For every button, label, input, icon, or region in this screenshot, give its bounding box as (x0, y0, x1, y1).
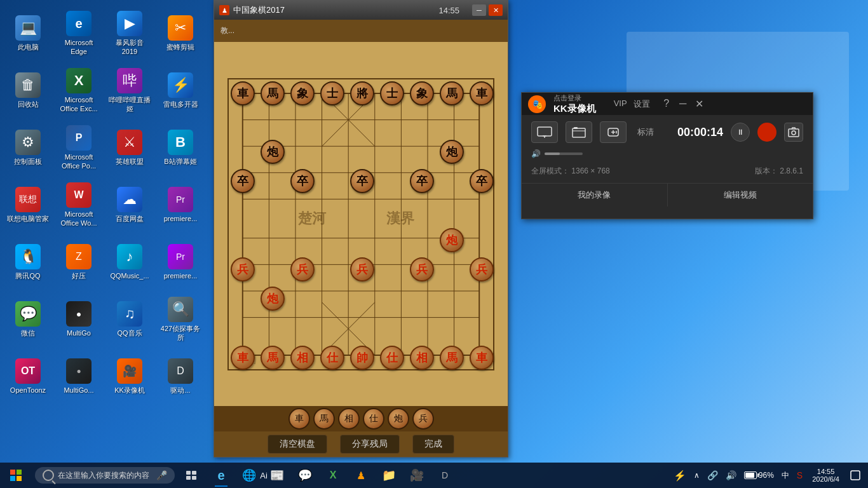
desktop-icon-driver2[interactable]: D 驱动... (156, 349, 205, 403)
chess-piece[interactable]: 士 (320, 81, 344, 105)
taskbar-search[interactable]: 在这里输入你要搜索的内容 🎤 (35, 467, 175, 484)
chess-piece[interactable]: 卒 (290, 169, 315, 193)
tray-speaker-icon[interactable]: 🔊 (722, 463, 740, 488)
chess-piece[interactable]: 相 (290, 346, 315, 370)
desktop-icon-lenovo[interactable]: 联想 联想电脑管家 (3, 178, 53, 232)
taskbar-folder-button[interactable]: 📁 (376, 463, 402, 488)
desktop-icon-qqmain[interactable]: 🐧 腾讯QQ (3, 235, 53, 289)
desktop-icon-multigoo[interactable]: ● MultiGo (54, 292, 104, 346)
chess-piece[interactable]: 兵 (290, 257, 315, 281)
chess-piece[interactable]: 車 (470, 81, 494, 105)
kk-game-capture-button[interactable] (600, 121, 627, 143)
desktop-icon-bee[interactable]: ✂ 蜜蜂剪辑 (156, 6, 205, 60)
kk-login-link[interactable]: 点击登录 (553, 93, 596, 103)
chess-piece[interactable]: 兵 (231, 257, 255, 281)
desktop-icon-qqmusic[interactable]: ♪ QQMusic_... (105, 235, 154, 289)
chess-piece[interactable]: 仕 (320, 346, 344, 370)
chess-piece[interactable]: 帥 (350, 346, 374, 370)
kk-help-button[interactable]: ? (660, 98, 673, 110)
kk-window-capture-button[interactable] (566, 121, 592, 143)
desktop-icon-qqmusic2[interactable]: ♫ QQ音乐 (105, 292, 154, 346)
kk-edit-video-button[interactable]: 编辑视频 (668, 184, 813, 207)
tray-network-icon[interactable]: 🔗 (704, 463, 721, 488)
desktop-icon-bili[interactable]: B B站弹幕姬 (156, 121, 205, 175)
tray-charging-icon[interactable]: ⚡ (670, 463, 689, 488)
desktop-icon-wechat[interactable]: 💬 微信 (3, 292, 53, 346)
chess-piece[interactable]: 炮 (440, 140, 464, 164)
taskbar-notification-button[interactable] (846, 463, 865, 488)
taskbar-edge-button[interactable]: e (208, 463, 234, 488)
task-view-button[interactable] (178, 463, 205, 488)
desktop-icon-control[interactable]: ⚙ 控制面板 (3, 121, 53, 175)
chess-piece[interactable]: 車 (470, 346, 494, 370)
chess-piece[interactable]: 卒 (350, 169, 374, 193)
tray-language[interactable]: 中 (778, 463, 792, 488)
chess-piece[interactable]: 象 (410, 81, 434, 105)
desktop-icon-recycle[interactable]: 🗑 回收站 (3, 64, 53, 118)
kk-screenshot-button[interactable] (784, 123, 803, 142)
chess-piece[interactable]: 馬 (440, 346, 464, 370)
kk-minimize-button[interactable]: ─ (677, 98, 689, 110)
chess-piece[interactable]: 卒 (231, 169, 255, 193)
desktop-icon-premiere2[interactable]: Pr premiere... (156, 235, 205, 289)
chess-piece[interactable]: 炮 (261, 287, 285, 311)
desktop-icon-thunder[interactable]: ⚡ 雷电多开器 (156, 64, 205, 118)
kk-pause-button[interactable]: ⏸ (731, 123, 750, 142)
tray-antivirus-icon[interactable]: S (794, 463, 806, 488)
chess-close-button[interactable]: ✕ (489, 4, 503, 16)
taskbar-excel-button[interactable]: X (320, 463, 346, 488)
desktop-icon-haozip[interactable]: Z 好压 (54, 235, 104, 289)
kk-settings-link[interactable]: 设置 (634, 98, 650, 110)
kk-my-recording-button[interactable]: 我的录像 (522, 184, 668, 207)
chess-piece[interactable]: 象 (290, 81, 315, 105)
desktop-icon-kkrecorder[interactable]: 🎥 KK录像机 (105, 349, 154, 403)
taskbar-ai-button[interactable]: Ai (250, 463, 278, 488)
chess-piece[interactable]: 兵 (470, 257, 494, 281)
done-button[interactable]: 完成 (412, 435, 454, 454)
start-button[interactable] (0, 463, 32, 488)
chess-piece[interactable]: 士 (380, 81, 404, 105)
chess-piece[interactable]: 馬 (440, 81, 464, 105)
kk-monitor-button[interactable] (531, 121, 558, 143)
taskbar-chess-button[interactable]: ♟ (348, 463, 374, 488)
desktop-icon-multigoo2[interactable]: ● MultiGo... (54, 349, 104, 403)
desktop-icon-pc[interactable]: 💻 此电脑 (3, 6, 53, 60)
desktop-icon-hero[interactable]: ⚔ 英雄联盟 (105, 121, 154, 175)
tray-up-arrow[interactable]: ∧ (691, 463, 703, 488)
desktop-icon-detective[interactable]: 🔍 427侦探事务所 (156, 292, 205, 346)
share-endgame-button[interactable]: 分享残局 (340, 435, 400, 454)
kk-close-button[interactable]: ✕ (693, 98, 706, 110)
desktop-icon-chat[interactable]: 哔 哔哩哔哩直播姬 (105, 64, 154, 118)
chess-minimize-button[interactable]: ─ (472, 4, 486, 16)
chess-piece[interactable]: 車 (231, 346, 255, 370)
desktop-icon-excel[interactable]: X Microsoft Office Exc... (54, 64, 104, 118)
chess-piece[interactable]: 兵 (410, 257, 434, 281)
chess-piece[interactable]: 炮 (261, 140, 285, 164)
desktop-icon-msoffice-po[interactable]: P Microsoft Office Po... (54, 121, 104, 175)
chess-piece[interactable]: 車 (231, 81, 255, 105)
desktop-icon-baidu[interactable]: ☁ 百度网盘 (105, 178, 154, 232)
chess-piece[interactable]: 相 (410, 346, 434, 370)
desktop-icon-msoffice-wo[interactable]: W Microsoft Office Wo... (54, 178, 104, 232)
desktop-icon-premiere[interactable]: Pr premiere... (156, 178, 205, 232)
chess-piece[interactable]: 將 (350, 81, 374, 105)
chess-piece[interactable]: 馬 (261, 346, 285, 370)
tray-battery[interactable]: 96% (741, 463, 777, 488)
clear-board-button[interactable]: 清空棋盘 (268, 435, 327, 454)
desktop-icon-storm[interactable]: ▶ 暴风影音2019 (105, 6, 154, 60)
kk-record-button[interactable] (757, 123, 776, 142)
chess-board[interactable]: 楚河 漢界 ◁ 車馬象士將士象馬車炮炮卒卒卒卒卒炮兵兵兵兵兵炮車馬相仕帥仕相馬車 (227, 78, 494, 370)
chess-piece[interactable]: 卒 (470, 169, 494, 193)
taskbar-qqmaster-button[interactable]: 🎥 (403, 463, 430, 488)
taskbar-datetime[interactable]: 14:55 2020/6/4 (807, 468, 844, 483)
chess-piece[interactable]: 兵 (350, 257, 374, 281)
kk-volume-slider[interactable] (545, 152, 583, 155)
chess-piece[interactable]: 仕 (380, 346, 404, 370)
desktop-icon-opentoonz[interactable]: OT OpenToonz (3, 349, 53, 403)
kk-vip-link[interactable]: VIP (614, 98, 627, 110)
taskbar-wechat-button[interactable]: 💬 (292, 463, 318, 488)
desktop-icon-edge[interactable]: e Microsoft Edge (54, 6, 104, 60)
chess-piece[interactable]: 卒 (410, 169, 434, 193)
chess-piece[interactable]: 炮 (440, 228, 464, 252)
chess-piece[interactable]: 馬 (261, 81, 285, 105)
